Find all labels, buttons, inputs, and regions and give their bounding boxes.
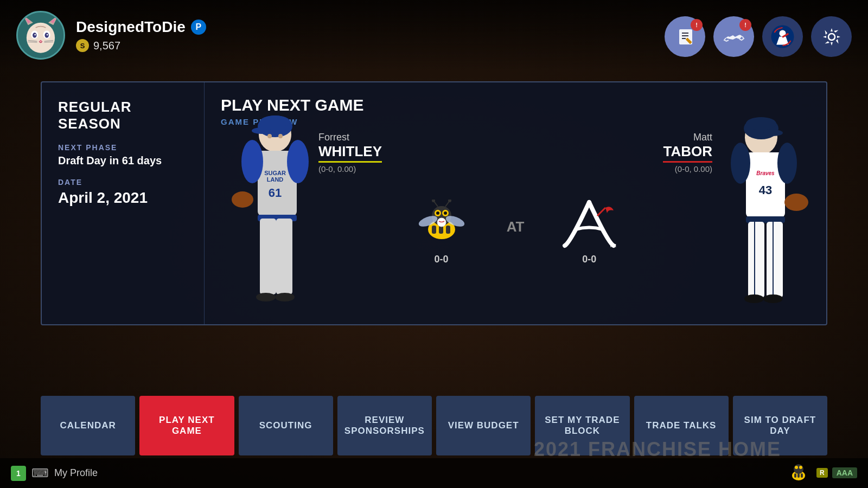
home-team: 0-0 — [409, 200, 474, 265]
svg-text:43: 43 — [759, 183, 772, 197]
away-team: TM 0-0 — [557, 200, 622, 265]
svg-point-25 — [828, 34, 835, 40]
matchup-area: SUGAR LAND 61 — [221, 132, 810, 311]
home-team-record: 0-0 — [435, 254, 449, 265]
away-pitcher-last: TABOR — [663, 143, 712, 163]
svg-rect-41 — [260, 219, 276, 294]
at-text: AT — [507, 219, 525, 235]
svg-point-52 — [731, 143, 750, 184]
profile-button[interactable]: 1 ⌨ My Profile — [11, 466, 98, 481]
profile-badge: 1 — [11, 466, 26, 481]
game-content: PLAY NEXT GAME GAME PREVIEW — [205, 82, 826, 324]
svg-point-84 — [794, 464, 803, 474]
date-label: DATE — [58, 178, 188, 187]
notebook-button[interactable]: ! — [665, 16, 705, 57]
main-panel: REGULAR SEASON NEXT PHASE Draft Day in 6… — [41, 81, 827, 325]
svg-rect-81 — [794, 473, 796, 478]
franchise-title: 2021 FRANCHISE HOME — [534, 438, 781, 461]
scouting-button[interactable]: SCOUTING — [239, 396, 333, 455]
home-team-logo — [409, 200, 474, 248]
svg-point-54 — [784, 194, 808, 211]
svg-rect-42 — [276, 219, 292, 294]
keyboard-icon: ⌨ — [31, 466, 49, 480]
away-pitcher-info: Matt TABOR (0-0, 0.00) — [663, 132, 712, 174]
currency-amount: 9,567 — [93, 40, 120, 52]
date-section: DATE April 2, 2021 — [58, 178, 188, 207]
division-badge: AAA — [832, 467, 857, 478]
svg-point-1 — [27, 23, 55, 53]
svg-text:61: 61 — [269, 186, 282, 200]
next-phase-value: Draft Day in 61 days — [58, 155, 188, 167]
svg-rect-56 — [748, 222, 764, 298]
gear-icon — [821, 26, 843, 48]
svg-rect-83 — [801, 473, 803, 478]
svg-point-47 — [746, 117, 776, 130]
handshake-button[interactable]: ! — [713, 16, 754, 57]
svg-point-38 — [287, 140, 309, 183]
svg-point-31 — [267, 134, 272, 138]
date-value: April 2, 2021 — [58, 189, 188, 207]
notebook-badge: ! — [691, 19, 703, 31]
avatar — [16, 11, 65, 60]
svg-rect-82 — [797, 473, 800, 478]
currency-icon: S — [76, 39, 89, 52]
view-budget-button[interactable]: VIEW BUDGET — [436, 396, 531, 455]
next-phase-section: NEXT PHASE Draft Day in 61 days — [58, 143, 188, 167]
svg-point-70 — [444, 211, 447, 215]
svg-point-32 — [278, 134, 283, 138]
svg-point-37 — [241, 140, 263, 183]
svg-rect-63 — [432, 226, 436, 234]
home-player-image: SUGAR LAND 61 — [215, 110, 335, 325]
rating-badge: R — [816, 468, 828, 478]
svg-point-85 — [795, 466, 798, 469]
review-sponsorships-button[interactable]: REVIEW SPONSORSHIPS — [337, 396, 432, 455]
svg-rect-65 — [446, 226, 450, 234]
bottom-bar: 1 ⌨ My Profile 2021 FRANCHISE HOME R AAA — [0, 458, 868, 488]
away-pitcher-stats: (0-0, 0.00) — [663, 164, 712, 174]
handshake-badge: ! — [739, 19, 751, 31]
team-mini-logo — [785, 462, 812, 484]
next-phase-label: NEXT PHASE — [58, 143, 188, 152]
away-team-logo: TM — [557, 200, 622, 248]
calendar-button[interactable]: CALENDAR — [41, 396, 135, 455]
away-team-record: 0-0 — [582, 254, 596, 265]
psn-icon: P — [191, 20, 206, 35]
profile-label: My Profile — [54, 467, 98, 479]
svg-point-61 — [763, 294, 783, 303]
svg-point-43 — [256, 293, 276, 301]
svg-text:TM: TM — [609, 243, 616, 248]
svg-point-60 — [744, 294, 764, 303]
svg-text:SUGAR: SUGAR — [264, 170, 286, 176]
play-next-game-button[interactable]: PLAY NEXT GAME — [139, 396, 234, 455]
aaa-badge: R AAA — [785, 462, 857, 484]
svg-point-39 — [232, 191, 253, 208]
away-pitcher-first: Matt — [663, 132, 712, 143]
top-right-icons: ! ! — [665, 16, 852, 57]
svg-rect-57 — [767, 222, 783, 298]
svg-line-78 — [597, 208, 605, 216]
svg-point-48 — [763, 130, 783, 136]
username: DesignedToDie — [76, 18, 186, 36]
svg-point-10 — [34, 34, 36, 36]
season-label: REGULAR SEASON — [58, 99, 188, 132]
svg-text:Braves: Braves — [756, 170, 775, 176]
away-player-image: Braves 43 — [707, 110, 826, 325]
mlb-button[interactable] — [762, 16, 803, 57]
svg-point-53 — [777, 143, 797, 184]
svg-point-44 — [275, 293, 295, 301]
top-bar: DesignedToDie P S 9,567 ! ! — [0, 0, 868, 70]
svg-point-11 — [47, 34, 48, 36]
svg-point-69 — [436, 211, 439, 215]
user-info: DesignedToDie P S 9,567 — [76, 18, 206, 52]
svg-text:LAND: LAND — [267, 176, 284, 183]
mlb-logo-icon — [770, 24, 795, 49]
settings-button[interactable] — [811, 16, 852, 57]
svg-point-86 — [799, 466, 802, 469]
left-sidebar: REGULAR SEASON NEXT PHASE Draft Day in 6… — [42, 82, 205, 324]
svg-point-30 — [252, 127, 271, 134]
